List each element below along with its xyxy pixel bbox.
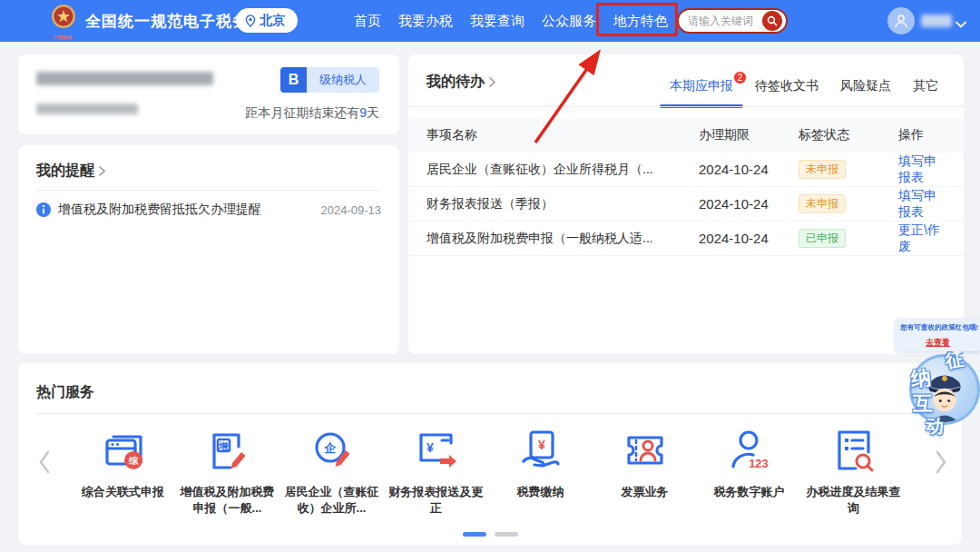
grade-label: 级纳税人 bbox=[307, 67, 379, 93]
filing-deadline-text: 距本月征期结束还有9天 bbox=[245, 105, 379, 122]
divider bbox=[408, 106, 964, 107]
info-icon bbox=[36, 202, 51, 217]
services-row: 综 综合关联式申报 增 增值税及附加税费申报（一般... 企 bbox=[71, 425, 906, 516]
chevron-right-icon bbox=[935, 450, 947, 474]
pagination-dot-active[interactable] bbox=[463, 532, 486, 537]
tooltip-view-link[interactable]: 去查看 bbox=[926, 337, 950, 349]
tax-payment-icon: ¥ bbox=[515, 425, 566, 476]
tab-label: 其它 bbox=[913, 78, 938, 93]
digital-account-icon: 123 bbox=[724, 425, 775, 476]
pagination-dot[interactable] bbox=[495, 532, 518, 537]
correct-void-link[interactable]: 更正\作废 bbox=[898, 222, 946, 255]
invoice-icon bbox=[620, 425, 671, 476]
status-badge: 未申报 bbox=[799, 160, 846, 179]
search-button[interactable] bbox=[762, 11, 782, 31]
todo-deadline: 2024-10-24 bbox=[699, 162, 799, 177]
national-emblem: 中国税务 bbox=[49, 4, 78, 41]
fill-declaration-link[interactable]: 填写申报表 bbox=[898, 153, 946, 186]
tab-risk-points[interactable]: 风险疑点 bbox=[840, 78, 891, 106]
reminder-item[interactable]: 增值税及附加税费留抵抵欠办理提醒 2024-09-13 bbox=[36, 202, 381, 218]
carousel-next-button[interactable] bbox=[935, 450, 947, 478]
chevron-down-icon bbox=[956, 21, 966, 28]
table-row: 增值税及附加税费申报（一般纳税人适... 2024-10-24 已申报 更正\作… bbox=[408, 222, 964, 256]
search-input[interactable] bbox=[688, 15, 762, 27]
person-icon bbox=[893, 13, 909, 29]
service-label: 综合关联式申报 bbox=[75, 484, 172, 500]
nav-tax-handling[interactable]: 我要办税 bbox=[398, 13, 453, 30]
svg-text:增: 增 bbox=[218, 441, 228, 451]
todo-deadline: 2024-10-24 bbox=[699, 196, 799, 212]
service-label: 税费缴纳 bbox=[493, 484, 589, 500]
nav-local-features[interactable]: 地方特色 bbox=[613, 13, 668, 30]
tab-other[interactable]: 其它 bbox=[913, 78, 938, 106]
todo-name: 居民企业（查账征收）企业所得税月（... bbox=[426, 162, 699, 178]
todos-card: 我的待办 本期应申报 2 待签收文书 风险疑点 其它 事项名称 办理期限 bbox=[408, 54, 964, 354]
nav-public-service[interactable]: 公众服务 bbox=[542, 13, 596, 30]
enterprise-income-tax-icon: 企 bbox=[307, 425, 358, 476]
financial-report-icon: ¥ bbox=[411, 425, 462, 476]
redacted-company-name bbox=[36, 72, 213, 85]
divider bbox=[36, 190, 381, 191]
service-progress-query[interactable]: 办税进度及结果查询 bbox=[801, 425, 906, 516]
tab-label: 风险疑点 bbox=[840, 78, 891, 93]
deadline-suffix: 天 bbox=[367, 105, 379, 120]
user-avatar[interactable] bbox=[887, 7, 915, 34]
svg-text:¥: ¥ bbox=[426, 440, 434, 455]
grade-letter: B bbox=[280, 67, 307, 93]
fill-declaration-link[interactable]: 填写申报表 bbox=[898, 188, 946, 221]
carousel-prev-button[interactable] bbox=[38, 450, 51, 478]
todos-title-row[interactable]: 我的待办 bbox=[426, 73, 495, 92]
todos-tabs: 本期应申报 2 待签收文书 风险疑点 其它 bbox=[670, 78, 938, 106]
service-digital-account[interactable]: 123 税务数字账户 bbox=[697, 425, 801, 516]
tooltip-text: 您有可查收的政策红包哦! bbox=[900, 322, 975, 331]
svg-text:综: 综 bbox=[128, 456, 139, 466]
service-resident-enterprise-tax[interactable]: 企 居民企业（查账征收）企业所... bbox=[279, 425, 384, 516]
credit-grade-badge[interactable]: B 级纳税人 bbox=[280, 67, 379, 93]
redacted-username bbox=[921, 15, 952, 27]
search-icon bbox=[767, 15, 778, 26]
todo-deadline: 2024-10-24 bbox=[699, 231, 799, 246]
location-pin-icon bbox=[245, 15, 256, 27]
divider bbox=[36, 413, 944, 414]
top-header: 中国税务 全国统一规范电子税务局 北京 首页 我要办税 我要查询 公众服务 地方… bbox=[0, 0, 980, 42]
carousel-pagination bbox=[18, 532, 962, 537]
chevron-right-icon bbox=[99, 166, 105, 176]
tab-documents-to-sign[interactable]: 待签收文书 bbox=[755, 78, 818, 106]
todo-name: 财务报表报送（季报） bbox=[426, 196, 699, 212]
service-label: 税务数字账户 bbox=[701, 484, 798, 500]
mascot-char: 纳 bbox=[909, 364, 932, 393]
service-tax-payment[interactable]: ¥ 税费缴纳 bbox=[488, 425, 593, 516]
service-label: 办税进度及结果查询 bbox=[806, 484, 902, 516]
svg-text:123: 123 bbox=[749, 457, 769, 470]
reminders-card: 我的提醒 增值税及附加税费留抵抵欠办理提醒 2024-09-13 bbox=[18, 145, 399, 354]
emblem-caption: 中国税务 bbox=[51, 34, 77, 40]
redacted-taxpayer-id bbox=[36, 104, 138, 114]
chevron-left-icon bbox=[38, 450, 51, 474]
status-badge: 已申报 bbox=[799, 229, 846, 248]
col-item-name: 事项名称 bbox=[426, 127, 699, 143]
reminders-title: 我的提醒 bbox=[36, 162, 94, 181]
table-row: 居民企业（查账征收）企业所得税月（... 2024-10-24 未申报 填写申报… bbox=[408, 153, 964, 187]
service-invoice[interactable]: 发票业务 bbox=[593, 425, 697, 516]
reminders-title-row[interactable]: 我的提醒 bbox=[36, 162, 105, 181]
col-action: 操作 bbox=[898, 127, 946, 143]
service-label: 居民企业（查账征收）企业所... bbox=[284, 484, 380, 516]
page: 中国税务 全国统一规范电子税务局 北京 首页 我要办税 我要查询 公众服务 地方… bbox=[0, 0, 980, 552]
tab-current-declarations[interactable]: 本期应申报 2 bbox=[670, 78, 733, 106]
service-comprehensive-declaration[interactable]: 综 综合关联式申报 bbox=[71, 425, 175, 516]
todo-name: 增值税及附加税费申报（一般纳税人适... bbox=[426, 231, 699, 247]
service-financial-report[interactable]: ¥ 财务报表报送及更正 bbox=[384, 425, 488, 516]
location-selector[interactable]: 北京 bbox=[236, 8, 298, 33]
status-badge: 未申报 bbox=[799, 194, 846, 213]
service-label: 发票业务 bbox=[597, 484, 693, 500]
nav-home[interactable]: 首页 bbox=[354, 13, 381, 30]
mascot-char: 动 bbox=[925, 413, 945, 439]
nav-inquiry[interactable]: 我要查询 bbox=[470, 13, 524, 30]
deadline-days: 9 bbox=[359, 105, 367, 120]
table-header: 事项名称 办理期限 标签状态 操作 bbox=[408, 118, 964, 153]
tab-count-badge: 2 bbox=[733, 71, 747, 84]
search-box bbox=[677, 8, 788, 34]
user-menu-toggle[interactable] bbox=[956, 15, 966, 32]
service-vat-declaration[interactable]: 增 增值税及附加税费申报（一般... bbox=[175, 425, 279, 516]
service-label: 增值税及附加税费申报（一般... bbox=[180, 484, 276, 516]
